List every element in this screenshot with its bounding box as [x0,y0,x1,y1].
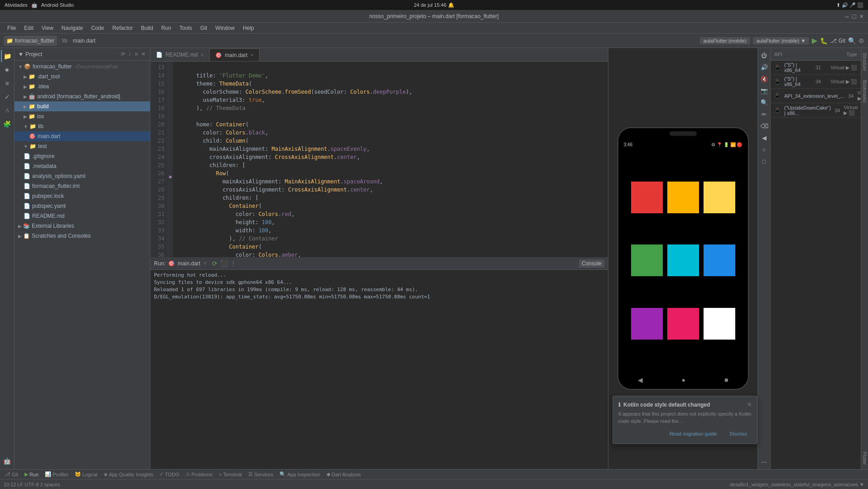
pull-requests-button[interactable]: ⑃ [1,104,14,117]
phone-home-button[interactable]: ● [682,376,685,384]
structure-button[interactable]: ≡ [1,77,14,90]
panel-action-sync[interactable]: ⟳ [120,50,126,58]
flutter-label[interactable]: Flutter [862,452,867,465]
menu-file[interactable]: File [4,24,19,32]
bookmarks-label[interactable]: Bookmarks [862,80,867,103]
nav-quality[interactable]: ◈ App Quality Insights [101,470,156,478]
panel-action-close[interactable]: ✕ [140,50,146,58]
dart-tab-close[interactable]: ✕ [250,53,254,58]
tree-item-android[interactable]: ▶ 🤖 android [formacao_flutter_android] [14,91,150,101]
api-row-1[interactable]: 📱 ("S") | x86_64 31 Virtual ▶ ⬛ [771,61,861,75]
debug-button[interactable]: 🐛 [820,37,828,44]
eraser-icon[interactable]: ⌫ [759,120,770,131]
nav-services[interactable]: ☰ Services [246,470,276,478]
api-row-4[interactable]: 📱 ("UpsideDownCake") | x86... 34 Virtual… [771,103,861,118]
tree-item-main-dart[interactable]: 🎯 main.dart [14,131,150,141]
nav-run[interactable]: ▶ Run [22,470,41,478]
dismiss-button[interactable]: Dismiss [725,429,752,438]
tree-item-test[interactable]: ▼ 📁 test [14,141,150,151]
code-content[interactable]: title: 'Flutter Demo', theme: ThemeData(… [173,62,608,257]
panel-action-more[interactable]: ≡ [134,50,139,58]
structure-label[interactable]: Structure [862,53,867,71]
square-icon[interactable]: □ [759,156,770,167]
read-migration-guide-button[interactable]: Read migration guide [665,429,722,438]
tree-item-metadata[interactable]: 📄 .metadata [14,161,150,171]
settings-button[interactable]: ⚙ [858,37,864,44]
tab-readme[interactable]: 📄 README.md ✕ [150,48,210,61]
notification-close-icon[interactable]: ✕ [747,402,752,408]
zoom-in-icon[interactable]: 🔍 [759,97,770,108]
tree-item-pubspec-lock[interactable]: 📄 pubspec.lock [14,191,150,201]
nav-inspection[interactable]: 🔍 App Inspection [277,470,323,478]
api-row-3[interactable]: 📱 API_34_extension_level_... 34 Virtual … [771,89,861,103]
menu-run[interactable]: Run [158,24,175,32]
run-more-button[interactable]: ⋮ [231,260,236,267]
mute-icon[interactable]: 🔇 [759,73,770,84]
back-icon[interactable]: ◀ [759,132,770,143]
menu-code[interactable]: Code [87,24,108,32]
bookmarks-button[interactable]: ★ [1,63,14,76]
more-icon[interactable]: ⋯ [759,456,770,467]
menu-view[interactable]: View [38,24,57,32]
run-reload-button[interactable]: ⟳ [212,260,217,267]
nav-terminal[interactable]: > Terminal [216,471,245,478]
project-selector[interactable]: 📁 formacao_flutter [4,36,57,46]
panel-action-collapse[interactable]: ↕ [128,50,132,58]
tree-item-ios[interactable]: ▶ 📁 ios [14,111,150,121]
menu-tools[interactable]: Tools [176,24,196,32]
tree-root[interactable]: ▼ 📦 formacao_flutter ~/Documentos/gitPub… [14,62,150,72]
console-tab-button[interactable]: Console [579,259,604,268]
close-button[interactable]: × [860,13,863,20]
git-icon[interactable]: ⎇ Git [830,38,845,44]
run-file-label[interactable]: main.dart [178,260,200,267]
minimize-button[interactable]: – [845,13,849,20]
nav-logcat[interactable]: 🐱 Logcat [72,470,100,478]
activities-label[interactable]: Atividades [5,2,28,8]
camera-icon[interactable]: 📷 [759,85,770,96]
plugins-button[interactable]: 🧩 [1,118,14,130]
nav-dart-analysis[interactable]: ◆ Dart Analysis [324,470,363,478]
tree-item-readme[interactable]: 📄 README.md [14,211,150,221]
menu-help[interactable]: Help [239,24,258,32]
menu-refactor[interactable]: Refactor [109,24,136,32]
tree-item-scratches[interactable]: ▶ 📋 Scratches and Consoles [14,231,150,241]
branch-status[interactable]: desafio1_widgets_stateless_stateful_imag… [730,482,864,487]
project-view-button[interactable]: 📁 [1,50,14,62]
nav-problems[interactable]: ⚠ Problems [183,470,215,478]
menu-window[interactable]: Window [212,24,238,32]
tree-item-iml[interactable]: 📄 formacao_flutter.iml [14,181,150,191]
run-stop-button[interactable]: ⬛ [220,260,228,267]
readme-tab-close[interactable]: ✕ [200,53,204,58]
tree-item-build[interactable]: ▶ 📁 build [14,101,150,111]
tree-item-dart-tool[interactable]: ▶ 📁 .dart_tool [14,72,150,82]
power-icon[interactable]: ⏻ [759,50,770,61]
nav-git[interactable]: ⎇ Git [2,470,21,478]
run-button[interactable]: ▶ [812,36,817,45]
tab-main-dart[interactable]: 🎯 main.dart ✕ [210,48,260,61]
commit-button[interactable]: ✓ [1,91,14,103]
tree-item-pubspec-yaml[interactable]: 📄 pubspec.yaml [14,201,150,211]
menu-git[interactable]: Git [197,24,211,32]
run-tab-close[interactable]: ✕ [203,261,207,266]
menu-build[interactable]: Build [137,24,157,32]
tree-item-external-libs[interactable]: ▶ 📚 External Libraries [14,221,150,231]
phone-back-button[interactable]: ◀ [638,376,643,384]
api-row-2[interactable]: 📱 ("S") | x86_64 34 Virtual ▶ ⬛ [771,75,861,89]
edit-icon[interactable]: ✏ [759,109,770,120]
search-button[interactable]: 🔍 [848,37,856,44]
volume-icon[interactable]: 🔊 [759,62,770,72]
file-breadcrumb[interactable]: main.dart [73,38,96,44]
tree-item-gitignore[interactable]: 📄 .gitignore [14,151,150,161]
branch-selector[interactable]: aulaFlutter (mobile) [700,37,750,44]
menu-navigate[interactable]: Navigate [58,24,87,32]
maximize-button[interactable]: □ [852,13,856,20]
nav-profiler[interactable]: 📊 Profiler [42,470,71,478]
nav-todo[interactable]: ✓ TODO [157,470,182,478]
tree-item-lib[interactable]: ▼ 📁 lib [14,121,150,131]
menu-edit[interactable]: Edit [20,24,37,32]
tree-item-idea[interactable]: ▶ 📁 .idea [14,82,150,91]
device-selector[interactable]: aulaFlutter (mobile) ▼ [753,37,810,44]
phone-recents-button[interactable]: ■ [724,376,728,384]
android-button[interactable]: 🤖 [1,455,14,467]
tree-item-analysis[interactable]: 📄 analysis_options.yaml [14,171,150,181]
